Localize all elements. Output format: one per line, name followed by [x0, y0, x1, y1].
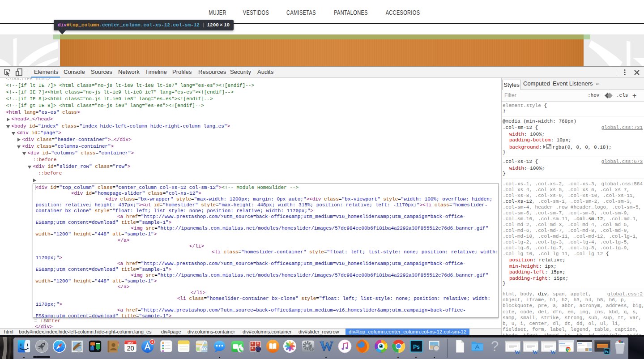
svg-text:Ps: Ps	[605, 350, 609, 353]
svg-text:MAY: MAY	[128, 342, 133, 344]
svg-text:1: 1	[151, 340, 153, 344]
svg-text:W: W	[320, 339, 333, 353]
svg-text:?: ?	[490, 339, 498, 353]
svg-text:20: 20	[127, 345, 134, 352]
svg-text:W: W	[515, 349, 520, 355]
svg-text:Ps: Ps	[413, 344, 420, 350]
svg-text:W: W	[532, 349, 538, 355]
svg-text:W: W	[550, 349, 556, 355]
